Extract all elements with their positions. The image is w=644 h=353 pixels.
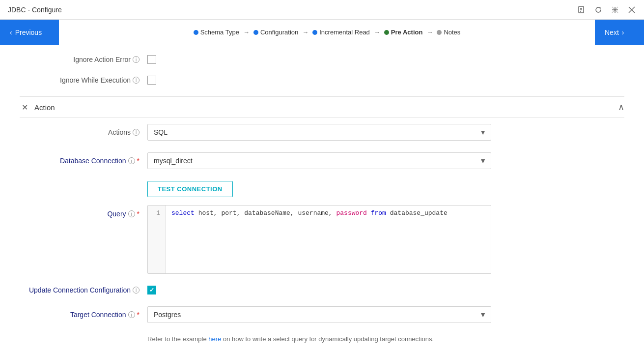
actions-label: Actions i [20, 128, 147, 136]
previous-button[interactable]: ‹ Previous [0, 20, 59, 45]
target-connection-required-star: * [137, 311, 140, 319]
arrow-4: → [426, 29, 433, 36]
step-dot-configuration [253, 30, 258, 35]
ignore-while-execution-info-icon[interactable]: i [133, 77, 140, 84]
target-connection-label: Target Connection i * [20, 311, 147, 319]
line-number-1: 1 [153, 209, 160, 217]
section-close-icon[interactable]: ✕ [20, 102, 29, 112]
ignore-while-execution-row: Ignore While Execution i [20, 76, 624, 85]
actions-info-icon[interactable]: i [133, 129, 140, 136]
actions-dropdown[interactable]: SQL [147, 124, 491, 141]
step-pre-action: Pre Action [384, 29, 423, 36]
step-dot-incremental-read [312, 30, 317, 35]
step-label-notes: Notes [444, 29, 460, 36]
target-connection-row: Target Connection i * Postgres ▼ [20, 306, 624, 323]
test-connection-button[interactable]: TEST CONNECTION [147, 181, 233, 197]
db-connection-dropdown[interactable]: mysql_direct [147, 152, 491, 169]
query-editor[interactable]: 1 select host, port, databaseName, usern… [147, 205, 491, 274]
target-connection-dropdown[interactable]: Postgres [147, 306, 491, 323]
step-label-schema-type: Schema Type [200, 29, 239, 36]
ignore-while-execution-label: Ignore While Execution i [20, 76, 147, 84]
arrow-1: → [243, 29, 250, 36]
nav-bar: ‹ Previous Schema Type → Configuration →… [0, 20, 644, 45]
refresh-icon[interactable] [594, 5, 603, 14]
query-line-numbers: 1 [148, 206, 166, 273]
step-configuration: Configuration [253, 29, 298, 36]
update-connection-label: Update Connection Configuration i [20, 286, 147, 294]
collapse-icon[interactable]: ∧ [618, 102, 624, 113]
step-label-configuration: Configuration [260, 29, 298, 36]
window-title: JDBC - Configure [8, 6, 62, 14]
step-label-pre-action: Pre Action [391, 29, 423, 36]
actions-row: Actions i SQL ▼ [20, 124, 624, 141]
target-connection-info-icon[interactable]: i [128, 311, 135, 318]
section-header-left: ✕ Action [20, 102, 55, 112]
next-button-label: Next [605, 29, 619, 36]
query-required-star: * [137, 210, 140, 218]
update-connection-info-icon[interactable]: i [133, 287, 140, 294]
step-dot-pre-action [384, 30, 389, 35]
ignore-action-error-row: Ignore Action Error i [20, 55, 624, 64]
arrow-3: → [374, 29, 380, 36]
step-notes: Notes [437, 29, 460, 36]
document-icon[interactable] [577, 5, 586, 14]
target-connection-dropdown-wrapper: Postgres ▼ [147, 306, 491, 323]
db-connection-row: Database Connection i * mysql_direct ▼ [20, 152, 624, 169]
content-area: Ignore Action Error i Ignore While Execu… [0, 45, 644, 353]
window-bar: JDBC - Configure [0, 0, 644, 20]
next-arrow-icon: › [622, 29, 624, 36]
close-icon[interactable] [627, 5, 636, 14]
step-incremental-read: Incremental Read [312, 29, 370, 36]
arrow-2: → [302, 29, 308, 36]
step-schema-type: Schema Type [194, 29, 239, 36]
hint-here-link[interactable]: here [208, 335, 221, 343]
query-label: Query i * [20, 210, 147, 218]
db-connection-info-icon[interactable]: i [128, 157, 135, 164]
test-connection-row: TEST CONNECTION [147, 181, 624, 197]
db-connection-dropdown-wrapper: mysql_direct ▼ [147, 152, 491, 169]
hint-text: Refer to the example here on how to writ… [147, 335, 434, 343]
update-connection-row: Update Connection Configuration i [20, 286, 624, 294]
actions-dropdown-wrapper: SQL ▼ [147, 124, 491, 141]
section-title: Action [34, 103, 55, 112]
query-info-icon[interactable]: i [128, 210, 135, 217]
ignore-action-error-checkbox[interactable] [147, 55, 156, 64]
action-section-header: ✕ Action ∧ [20, 96, 624, 118]
update-connection-checkbox[interactable] [147, 286, 156, 294]
ignore-action-error-info-icon[interactable]: i [133, 56, 140, 63]
query-code-area[interactable]: select host, port, databaseName, usernam… [166, 206, 491, 273]
step-label-incremental-read: Incremental Read [319, 29, 370, 36]
query-row: Query i * 1 select host, port, databaseN… [20, 205, 624, 274]
db-connection-label: Database Connection i * [20, 157, 147, 165]
window-controls [577, 5, 636, 14]
previous-button-label: Previous [15, 29, 42, 36]
ignore-while-execution-checkbox[interactable] [147, 76, 156, 85]
nav-steps: Schema Type → Configuration → Incrementa… [59, 29, 595, 36]
hint-text-wrapper: Refer to the example here on how to writ… [147, 335, 624, 343]
next-button[interactable]: Next › [595, 20, 644, 45]
db-connection-required-star: * [137, 157, 140, 165]
grid-icon[interactable] [611, 5, 619, 14]
step-dot-schema-type [194, 30, 198, 35]
prev-arrow-icon: ‹ [10, 29, 12, 36]
step-dot-notes [437, 30, 442, 35]
ignore-action-error-label: Ignore Action Error i [20, 56, 147, 63]
